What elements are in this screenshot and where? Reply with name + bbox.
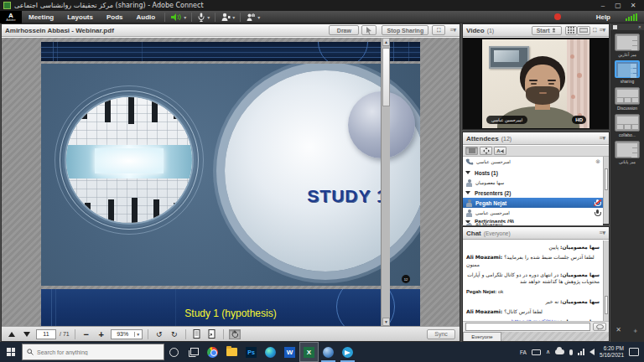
close-button[interactable]: ✕ — [626, 2, 641, 9]
mic-muted-icon[interactable] — [594, 199, 600, 207]
layout-item-sharing[interactable]: sharing — [614, 60, 641, 84]
layout-thumbnail[interactable] — [615, 141, 640, 158]
speaker-toggle-button[interactable]: ▾ — [168, 11, 189, 23]
layout-item-closing[interactable]: میز پایانی — [614, 141, 641, 164]
file-explorer-button[interactable] — [222, 342, 242, 362]
stop-sharing-button[interactable]: Stop Sharing — [382, 25, 428, 35]
maximize-pod-icon[interactable]: ⛶ — [593, 28, 596, 34]
cortana-button[interactable] — [164, 342, 184, 362]
excel-button-active[interactable]: X — [299, 342, 319, 362]
participant-row[interactable]: Ali Moazami — [463, 223, 603, 225]
page-down-button[interactable] — [21, 329, 33, 339]
share-pod-menu-icon[interactable]: ≡▾ — [449, 27, 456, 34]
edge-button[interactable] — [261, 342, 280, 362]
start-webcam-button[interactable]: Start — [532, 26, 562, 35]
attendee-status-view-button[interactable]: A — [494, 147, 506, 155]
network-signal-icon[interactable] — [578, 349, 584, 355]
telegram-button[interactable] — [338, 342, 357, 362]
presenter-row-selected[interactable]: Pegah Nejat — [463, 198, 603, 208]
delete-layout-icon[interactable]: ✕ — [615, 326, 621, 335]
layout-item-opening[interactable]: میز آغازین — [614, 34, 641, 57]
layout-thumbnail[interactable] — [615, 114, 640, 132]
grid-view-icon[interactable] — [565, 26, 577, 35]
word-button[interactable]: W — [280, 342, 299, 362]
tray-expand-icon[interactable]: ∧ — [546, 349, 550, 355]
chrome-taskbar-button[interactable] — [203, 342, 222, 362]
attendees-pod-menu-icon[interactable]: ≡▾ — [599, 135, 605, 142]
layout-thumbnail[interactable] — [615, 87, 640, 105]
scroll-up-arrow[interactable]: ▲ — [382, 38, 390, 46]
chat-tab-everyone[interactable]: Everyone — [463, 332, 501, 341]
volume-icon[interactable] — [589, 349, 595, 355]
chat-scrollbar[interactable] — [603, 240, 609, 321]
zoom-level-select[interactable]: 93% ▼ — [111, 329, 143, 339]
chevron-down-icon[interactable]: ▾ — [257, 14, 260, 20]
chevron-down-icon[interactable]: ▾ — [232, 14, 235, 20]
breakout-view-button[interactable] — [480, 147, 492, 155]
rotate-left-button[interactable]: ↺ — [153, 329, 165, 339]
microphone-toggle-button[interactable]: ▾ — [195, 11, 212, 23]
filmstrip-view-icon[interactable] — [577, 26, 590, 35]
taskbar-clock[interactable]: 6:20 PM 5/16/2021 — [600, 345, 624, 359]
menu-pods[interactable]: Pods — [100, 13, 130, 21]
attendees-scrollbar[interactable] — [603, 157, 609, 224]
fit-page-button[interactable] — [206, 329, 218, 339]
minimize-button[interactable]: – — [595, 2, 610, 9]
pointer-button[interactable] — [361, 25, 377, 35]
chevron-down-icon[interactable]: ▾ — [184, 14, 186, 20]
dismiss-icon[interactable]: ⊗ — [595, 158, 600, 165]
zoom-in-button[interactable]: + — [96, 329, 107, 339]
fullscreen-icon[interactable]: ⛶ — [432, 25, 445, 35]
layouts-close-icon[interactable]: ✕ — [638, 24, 641, 29]
help-menu[interactable]: Help — [596, 13, 610, 21]
presenters-section-header[interactable]: Presenters (2) — [463, 188, 603, 198]
mic-active-icon[interactable] — [594, 209, 600, 217]
layouts-panel-icon[interactable] — [613, 25, 617, 29]
tray-microphone-icon[interactable] — [569, 349, 573, 355]
attendee-list-view-button[interactable] — [465, 147, 478, 155]
fit-width-button[interactable] — [191, 329, 203, 339]
video-pod-menu-icon[interactable]: ≡▾ — [599, 27, 605, 34]
chat-input[interactable] — [465, 323, 590, 331]
search-input[interactable] — [37, 349, 146, 355]
status-hand-button[interactable]: ▾ — [243, 11, 262, 23]
menu-meeting[interactable]: Meeting — [22, 13, 60, 21]
page-number-input[interactable] — [36, 329, 56, 339]
keyboard-icon[interactable] — [532, 349, 541, 355]
taskbar-search[interactable] — [22, 344, 164, 360]
chevron-down-icon[interactable]: ▾ — [207, 14, 210, 20]
action-center-icon[interactable] — [629, 348, 639, 356]
chat-pod-menu-icon[interactable]: ≡▾ — [599, 230, 605, 236]
add-layout-icon[interactable]: ＋ — [632, 326, 639, 335]
document-scrollbar[interactable]: ▲ ▼ — [381, 38, 390, 326]
host-row[interactable]: سها معصومیان — [463, 178, 603, 188]
maximize-button[interactable]: ▢ — [610, 2, 626, 9]
pan-tool-button[interactable] — [229, 329, 241, 339]
hosts-section-header[interactable]: Hosts (1) — [463, 168, 603, 178]
onedrive-cloud-icon[interactable] — [555, 349, 564, 354]
page-up-button[interactable] — [6, 329, 18, 339]
task-view-button[interactable] — [184, 342, 203, 362]
scrollbar-thumb[interactable] — [382, 48, 390, 106]
zoom-out-button[interactable]: − — [80, 329, 92, 339]
scrollbar-thumb[interactable] — [605, 296, 608, 314]
rotate-right-button[interactable]: ↻ — [169, 329, 180, 339]
draw-button[interactable]: Draw — [329, 25, 359, 35]
layout-item-discussion[interactable]: Discussion — [614, 87, 641, 111]
menu-layouts[interactable]: Layouts — [60, 13, 100, 21]
start-button[interactable] — [0, 342, 22, 362]
webcam-toggle-button[interactable]: ▾ — [218, 11, 237, 23]
menu-audio[interactable]: Audio — [129, 13, 162, 21]
connection-signal-icon[interactable] — [626, 13, 637, 21]
language-indicator[interactable]: FA — [520, 349, 527, 355]
layout-thumbnail[interactable] — [615, 34, 640, 51]
scroll-down-arrow[interactable]: ▼ — [382, 318, 390, 326]
presenter-row[interactable]: امیرحسین عباسی — [463, 208, 603, 218]
layout-item-collaboration[interactable]: collabo... — [614, 114, 641, 137]
photoshop-button[interactable]: Ps — [242, 342, 261, 362]
app-sphere-button[interactable] — [319, 342, 338, 362]
send-message-button[interactable] — [593, 323, 606, 331]
layout-thumbnail-selected[interactable] — [615, 60, 640, 78]
scrollbar-thumb[interactable] — [605, 168, 608, 190]
sync-button[interactable]: Sync — [427, 329, 455, 339]
